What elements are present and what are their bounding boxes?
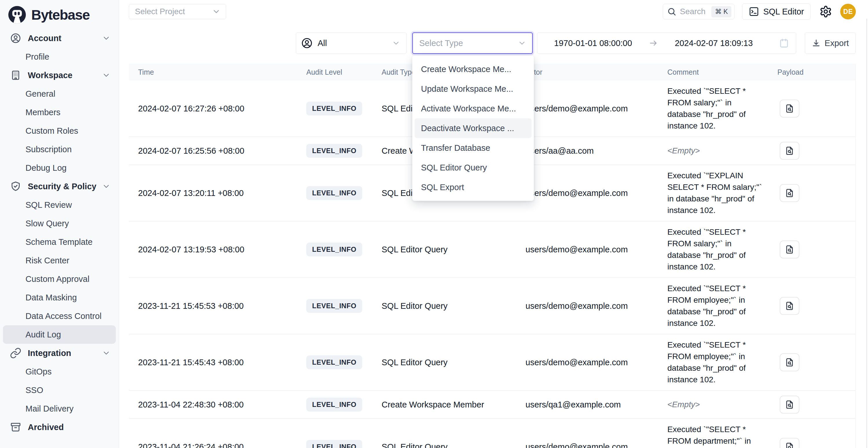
search-placeholder: Search bbox=[680, 7, 708, 16]
user-circle-icon bbox=[10, 32, 22, 44]
audit-time: 2023-11-21 15:45:53 +08:00 bbox=[129, 301, 304, 311]
view-payload-button[interactable] bbox=[780, 353, 799, 371]
chevron-down-icon bbox=[102, 71, 111, 79]
sidebar-item-label: General bbox=[26, 89, 55, 99]
view-payload-button[interactable] bbox=[780, 184, 799, 202]
calendar-icon bbox=[778, 38, 789, 49]
sidebar-group-account[interactable]: Account bbox=[3, 29, 116, 47]
view-payload-button[interactable] bbox=[780, 395, 799, 414]
menu-item-update-workspace-me[interactable]: Update Workspace Me... bbox=[414, 79, 532, 99]
sidebar-group-archived[interactable]: Archived bbox=[3, 418, 116, 437]
menu-item-activate-workspace-me[interactable]: Activate Workspace Me... bbox=[414, 99, 532, 118]
download-icon bbox=[811, 38, 821, 48]
audit-level-badge: LEVEL_INFO bbox=[306, 144, 362, 158]
audit-type: SQL Editor Query bbox=[381, 442, 526, 448]
sidebar-group-security-policy[interactable]: Security & Policy bbox=[3, 177, 116, 196]
sidebar-item-mail-delivery[interactable]: Mail Delivery bbox=[3, 399, 116, 418]
audit-type: SQL Editor Query bbox=[381, 358, 526, 367]
avatar[interactable]: DE bbox=[840, 4, 856, 20]
type-filter-select[interactable]: Select Type bbox=[412, 32, 533, 54]
filter-toolbar: All Select Type 1970-01-01 08:00:00 2024… bbox=[119, 32, 868, 54]
app-root: Bytebase AccountProfileWorkspaceGeneralM… bbox=[0, 0, 868, 448]
sidebar-item-schema-template[interactable]: Schema Template bbox=[3, 233, 116, 251]
sidebar-item-label: Custom Approval bbox=[26, 274, 90, 284]
column-header-comment: Comment bbox=[668, 68, 777, 76]
scrollbar[interactable] bbox=[866, 19, 867, 448]
chevron-down-icon bbox=[102, 34, 111, 42]
menu-item-sql-editor-query[interactable]: SQL Editor Query bbox=[414, 158, 532, 178]
actor-filter-select[interactable]: All bbox=[296, 32, 406, 54]
view-payload-button[interactable] bbox=[780, 142, 799, 160]
date-range-picker[interactable]: 1970-01-01 08:00:00 2024-02-07 18:09:13 bbox=[537, 32, 796, 54]
menu-item-create-workspace-me[interactable]: Create Workspace Me... bbox=[414, 59, 532, 79]
sidebar-group-integration[interactable]: Integration bbox=[3, 344, 116, 362]
table-row: 2023-11-21 15:45:53 +08:00LEVEL_INFOSQL … bbox=[129, 278, 855, 334]
sidebar-group-label: Security & Policy bbox=[28, 182, 96, 191]
avatar-initials: DE bbox=[843, 8, 853, 15]
sidebar-item-general[interactable]: General bbox=[3, 85, 116, 103]
sidebar-item-audit-log[interactable]: Audit Log bbox=[3, 325, 116, 344]
menu-item-sql-export[interactable]: SQL Export bbox=[414, 178, 532, 197]
sidebar-item-label: SSO bbox=[26, 385, 43, 395]
brand[interactable]: Bytebase bbox=[3, 4, 116, 29]
project-select[interactable]: Select Project bbox=[129, 4, 226, 19]
table-row: 2023-11-04 22:48:30 +08:00LEVEL_INFOCrea… bbox=[129, 391, 855, 419]
menu-item-transfer-database[interactable]: Transfer Database bbox=[414, 138, 532, 158]
audit-comment: <Empty> bbox=[668, 145, 767, 157]
table-row: 2023-11-04 21:26:24 +08:00LEVEL_INFOSQL … bbox=[129, 419, 855, 448]
audit-comment: Executed `"SELECT * FROM employee;"` in … bbox=[668, 339, 767, 385]
audit-level-badge: LEVEL_INFO bbox=[306, 102, 362, 116]
sidebar-item-subscription[interactable]: Subscription bbox=[3, 140, 116, 159]
actor-filter-value: All bbox=[318, 38, 392, 48]
sidebar-item-slow-query[interactable]: Slow Query bbox=[3, 214, 116, 233]
view-payload-button[interactable] bbox=[780, 100, 799, 118]
sidebar-item-debug-log[interactable]: Debug Log bbox=[3, 159, 116, 177]
sidebar-item-members[interactable]: Members bbox=[3, 103, 116, 122]
search-input[interactable]: Search ⌘ K bbox=[663, 4, 735, 20]
sidebar-item-profile[interactable]: Profile bbox=[3, 47, 116, 66]
sidebar-item-data-access-control[interactable]: Data Access Control bbox=[3, 307, 116, 325]
column-header-actor: Actor bbox=[526, 68, 668, 76]
file-search-icon bbox=[785, 442, 795, 448]
audit-time: 2024-02-07 16:25:56 +08:00 bbox=[129, 146, 304, 156]
audit-level-badge: LEVEL_INFO bbox=[306, 440, 362, 448]
export-button[interactable]: Export bbox=[805, 32, 856, 54]
audit-comment: Executed `"SELECT * FROM salary;"` in da… bbox=[668, 85, 767, 132]
chevron-down-icon bbox=[392, 39, 400, 47]
sidebar-item-custom-roles[interactable]: Custom Roles bbox=[3, 122, 116, 140]
file-search-icon bbox=[785, 146, 795, 156]
view-payload-button[interactable] bbox=[780, 297, 799, 315]
audit-comment: Executed `"EXPLAIN SELECT * FROM salary;… bbox=[668, 170, 767, 216]
sidebar-item-label: Slow Query bbox=[26, 219, 69, 228]
archive-icon bbox=[10, 421, 22, 433]
sidebar-item-custom-approval[interactable]: Custom Approval bbox=[3, 270, 116, 288]
table-row: 2023-11-21 15:45:43 +08:00LEVEL_INFOSQL … bbox=[129, 334, 855, 391]
menu-item-deactivate-workspace[interactable]: Deactivate Workspace ... bbox=[414, 118, 532, 138]
settings-button[interactable] bbox=[819, 5, 833, 18]
sidebar-item-risk-center[interactable]: Risk Center bbox=[3, 251, 116, 270]
sql-editor-button[interactable]: SQL Editor bbox=[742, 3, 811, 20]
sidebar-group-label: Account bbox=[28, 34, 61, 43]
search-icon bbox=[667, 7, 676, 16]
audit-time: 2023-11-04 21:26:24 +08:00 bbox=[129, 442, 304, 448]
sidebar-item-label: Members bbox=[26, 108, 61, 117]
audit-actor: users/aa@aa.com bbox=[526, 146, 668, 156]
view-payload-button[interactable] bbox=[780, 241, 799, 258]
brand-name: Bytebase bbox=[31, 7, 90, 23]
sidebar-item-data-masking[interactable]: Data Masking bbox=[3, 288, 116, 307]
audit-level-cell: LEVEL_INFO bbox=[304, 440, 381, 448]
date-to-value[interactable]: 2024-02-07 18:09:13 bbox=[658, 38, 770, 48]
audit-actor: users/demo@example.com bbox=[526, 245, 668, 254]
gear-icon bbox=[819, 5, 832, 18]
date-from-value[interactable]: 1970-01-01 08:00:00 bbox=[537, 38, 649, 48]
chevron-down-icon bbox=[518, 39, 526, 47]
sidebar-item-gitops[interactable]: GitOps bbox=[3, 362, 116, 381]
sidebar: Bytebase AccountProfileWorkspaceGeneralM… bbox=[0, 0, 119, 448]
building-icon bbox=[10, 69, 22, 81]
view-payload-button[interactable] bbox=[780, 438, 799, 448]
sidebar-item-sso[interactable]: SSO bbox=[3, 381, 116, 399]
sidebar-group-workspace[interactable]: Workspace bbox=[3, 66, 116, 85]
chevron-down-icon bbox=[102, 182, 111, 191]
sidebar-item-label: Debug Log bbox=[26, 163, 67, 173]
sidebar-item-sql-review[interactable]: SQL Review bbox=[3, 196, 116, 214]
